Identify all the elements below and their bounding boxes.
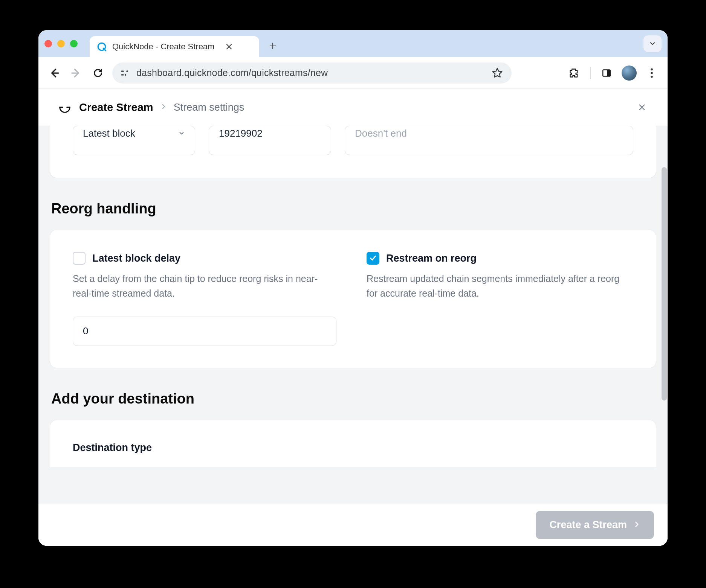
restream-on-reorg-checkbox[interactable]	[367, 252, 379, 265]
block-number-input[interactable]: 19219902	[209, 126, 331, 155]
page-viewport: Create Stream Stream settings Latest blo…	[38, 89, 668, 546]
window-maximize-button[interactable]	[70, 40, 78, 47]
svg-rect-2	[121, 74, 124, 75]
restream-on-reorg-group: Restream on reorg Restream updated chain…	[367, 252, 633, 346]
svg-rect-1	[121, 70, 124, 72]
quicknode-favicon-icon	[96, 41, 107, 52]
svg-rect-6	[607, 70, 610, 76]
tab-title: QuickNode - Create Stream	[112, 42, 214, 52]
end-block-placeholder: Doesn't end	[355, 128, 407, 139]
reorg-section-title: Reorg handling	[51, 201, 656, 217]
block-number-value: 19219902	[219, 128, 263, 139]
delay-value-input[interactable]: 0	[73, 317, 336, 346]
end-block-input[interactable]: Doesn't end	[345, 126, 633, 155]
scrollbar[interactable]	[659, 126, 668, 504]
chevron-down-icon	[178, 128, 185, 139]
create-stream-button[interactable]: Create a Stream	[536, 511, 654, 539]
reorg-panel: Latest block delay Set a delay from the …	[50, 230, 656, 368]
destination-section-title: Add your destination	[51, 391, 656, 407]
page-header: Create Stream Stream settings	[38, 89, 668, 126]
scroll-area[interactable]: Latest block 19219902 Doesn't end Reorg …	[38, 126, 668, 504]
browser-menu-icon[interactable]	[644, 66, 659, 81]
svg-point-8	[651, 72, 653, 74]
window-controls	[44, 40, 78, 47]
profile-avatar[interactable]	[622, 66, 637, 81]
breadcrumb-title: Create Stream	[79, 101, 153, 114]
breadcrumb-subtitle: Stream settings	[174, 102, 245, 113]
browser-toolbar: dashboard.quicknode.com/quickstreams/new	[38, 57, 668, 89]
tab-strip: QuickNode - Create Stream	[38, 30, 668, 57]
url-text: dashboard.quicknode.com/quickstreams/new	[136, 67, 328, 78]
new-tab-button[interactable]	[264, 38, 281, 54]
start-block-select[interactable]: Latest block	[73, 126, 195, 155]
stream-icon	[57, 100, 72, 115]
create-stream-label: Create a Stream	[549, 519, 627, 531]
latest-block-delay-label: Latest block delay	[92, 253, 180, 264]
window-minimize-button[interactable]	[57, 40, 65, 47]
restream-on-reorg-label: Restream on reorg	[386, 253, 477, 264]
reload-button[interactable]	[90, 66, 105, 81]
start-block-value: Latest block	[83, 128, 135, 139]
extensions-icon[interactable]	[567, 66, 582, 81]
svg-point-3	[126, 70, 128, 72]
tab-dropdown-button[interactable]	[643, 35, 662, 52]
latest-block-delay-group: Latest block delay Set a delay from the …	[73, 252, 339, 346]
destination-type-label: Destination type	[73, 442, 633, 454]
svg-point-9	[651, 75, 653, 78]
restream-on-reorg-description: Restream updated chain segments immediat…	[367, 271, 627, 301]
stream-range-panel: Latest block 19219902 Doesn't end	[50, 126, 656, 178]
toolbar-divider	[590, 67, 591, 79]
close-button[interactable]	[635, 101, 649, 114]
back-button[interactable]	[47, 66, 62, 81]
window-close-button[interactable]	[44, 40, 52, 47]
browser-window: QuickNode - Create Stream d	[38, 30, 668, 546]
tab-close-button[interactable]	[224, 42, 234, 52]
chevron-right-icon	[633, 519, 640, 531]
browser-tab[interactable]: QuickNode - Create Stream	[90, 36, 259, 57]
latest-block-delay-checkbox[interactable]	[73, 252, 86, 265]
side-panel-icon[interactable]	[599, 66, 614, 81]
bookmark-star-icon[interactable]	[490, 66, 505, 81]
svg-point-7	[651, 68, 653, 70]
latest-block-delay-description: Set a delay from the chain tip to reduce…	[73, 271, 333, 301]
bottom-bar: Create a Stream	[38, 504, 668, 546]
delay-value: 0	[83, 325, 88, 337]
site-info-icon[interactable]	[119, 67, 130, 79]
chevron-right-icon	[160, 103, 167, 111]
destination-panel: Destination type	[50, 420, 656, 467]
svg-point-4	[125, 74, 126, 75]
scrollbar-thumb[interactable]	[662, 167, 667, 401]
forward-button[interactable]	[69, 66, 84, 81]
address-bar[interactable]: dashboard.quicknode.com/quickstreams/new	[112, 62, 512, 84]
